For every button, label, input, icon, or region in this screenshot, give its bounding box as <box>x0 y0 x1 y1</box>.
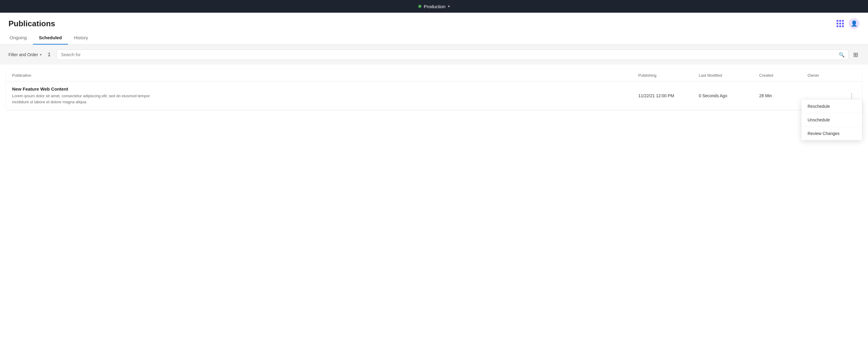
grid-dot <box>839 25 841 27</box>
search-input[interactable] <box>57 49 848 60</box>
row-actions-button[interactable]: ⋮ <box>846 92 857 100</box>
table-view-icon[interactable]: ⊞ <box>852 50 860 60</box>
pub-created: 28 Min <box>759 93 808 98</box>
grid-dot <box>837 20 838 22</box>
grid-icon[interactable] <box>837 20 844 27</box>
filter-order-button[interactable]: Filter and Order ▾ <box>8 51 42 58</box>
navbar: Production ▾ <box>0 0 868 13</box>
grid-dot <box>837 25 838 27</box>
grid-dot <box>842 25 844 27</box>
tab-scheduled[interactable]: Scheduled <box>33 32 68 45</box>
col-publication: Publication <box>12 73 638 78</box>
filter-row: Filter and Order ▾ ↧ 🔍 ⊞ <box>0 45 868 65</box>
tabs-row: Ongoing Scheduled History <box>0 32 868 45</box>
env-status-dot <box>418 5 421 8</box>
pub-last-modified: 0 Seconds Ago <box>699 93 759 98</box>
reschedule-menu-item[interactable]: Reschedule <box>802 100 862 113</box>
page-header: Publications 👤 <box>0 13 868 32</box>
table-header: Publication Publishing Last Modified Cre… <box>6 69 862 81</box>
review-changes-menu-item[interactable]: Review Changes <box>802 127 862 140</box>
col-created: Created <box>759 73 808 78</box>
page-container: Publications 👤 Ongoing Scheduled <box>0 13 868 337</box>
grid-dot <box>842 23 844 25</box>
tab-history[interactable]: History <box>68 32 94 45</box>
env-selector[interactable]: Production ▾ <box>418 4 450 9</box>
header-actions: 👤 <box>837 18 860 29</box>
filter-label: Filter and Order <box>8 52 38 57</box>
pub-publishing: 11/22/21 12:00 PM <box>638 93 699 98</box>
chevron-down-icon: ▾ <box>40 53 42 57</box>
col-publishing: Publishing <box>638 73 699 78</box>
chevron-down-icon: ▾ <box>448 4 450 8</box>
page-title: Publications <box>8 19 55 28</box>
grid-dot <box>839 23 841 25</box>
user-icon: 👤 <box>851 20 858 27</box>
pub-name: New Feature Web Content <box>12 87 638 92</box>
col-owner: Owner <box>808 73 856 78</box>
grid-dot <box>839 20 841 22</box>
env-label: Production <box>424 4 445 9</box>
pub-info: New Feature Web Content Lorem ipsum dolo… <box>12 87 638 105</box>
grid-dot <box>837 23 838 25</box>
sort-icon[interactable]: ↧ <box>45 51 53 59</box>
grid-dot <box>842 20 844 22</box>
search-wrapper: 🔍 <box>57 49 848 60</box>
pub-description: Lorem ipsum dolor sit amet, consectetur … <box>12 93 163 105</box>
row-actions-dropdown: Reschedule Unschedule Review Changes <box>802 100 862 140</box>
publications-table: Publication Publishing Last Modified Cre… <box>6 69 862 110</box>
avatar[interactable]: 👤 <box>849 18 860 29</box>
table-row: New Feature Web Content Lorem ipsum dolo… <box>6 81 862 110</box>
unschedule-menu-item[interactable]: Unschedule <box>802 113 862 127</box>
tab-ongoing[interactable]: Ongoing <box>8 32 33 45</box>
col-last-modified: Last Modified <box>699 73 759 78</box>
